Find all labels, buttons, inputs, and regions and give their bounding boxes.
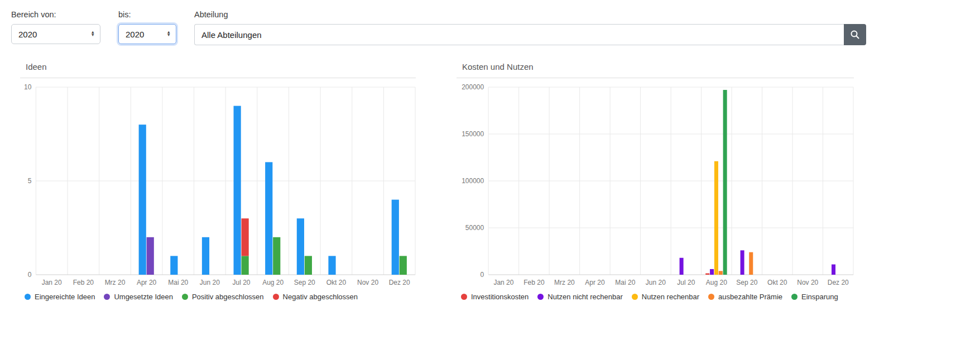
y-axis-tick-label: 150000 xyxy=(462,130,484,138)
ideen-chart-card: Ideen 0510Jan 20Feb 20Mrz 20Apr 20Mai 20… xyxy=(20,62,416,301)
bar xyxy=(723,90,727,275)
search-icon xyxy=(850,30,860,40)
legend-dot-icon xyxy=(708,294,714,300)
range-from-group: Bereich von: 2020 ▲ ▼ xyxy=(11,10,100,44)
filter-bar: Bereich von: 2020 ▲ ▼ bis: 2020 ▲ ▼ Abte… xyxy=(0,0,980,45)
charts-row: Ideen 0510Jan 20Feb 20Mrz 20Apr 20Mai 20… xyxy=(20,62,980,301)
bar xyxy=(705,273,709,275)
legend-label: Umgesetzte Ideen xyxy=(114,293,173,301)
x-axis-tick-label: Mrz 20 xyxy=(554,279,575,286)
bar xyxy=(273,237,280,275)
legend-item[interactable]: Positiv abgeschlossen xyxy=(182,293,264,301)
department-input-group xyxy=(194,24,866,45)
y-axis-tick-label: 100000 xyxy=(462,177,484,185)
range-from-select[interactable]: 2020 ▲ ▼ xyxy=(11,24,100,44)
bar xyxy=(242,256,249,275)
kosten-nutzen-chart-title: Kosten und Nutzen xyxy=(462,62,854,71)
bar xyxy=(392,200,399,275)
legend-label: Negativ abgeschlossen xyxy=(283,293,358,301)
ideen-chart-svg: 0510Jan 20Feb 20Mrz 20Apr 20Mai 20Jun 20… xyxy=(20,79,416,290)
x-axis-tick-label: Feb 20 xyxy=(73,279,94,286)
arrow-down-icon: ▼ xyxy=(167,34,171,37)
bar xyxy=(749,252,753,275)
department-input[interactable] xyxy=(194,24,844,45)
y-axis-tick-label: 0 xyxy=(28,271,32,279)
x-axis-tick-label: Mai 20 xyxy=(168,279,188,286)
bar xyxy=(832,265,835,275)
bar xyxy=(305,256,312,275)
x-axis-tick-label: Aug 20 xyxy=(262,279,284,286)
y-axis-tick-label: 0 xyxy=(481,271,484,279)
legend-label: Nutzen rechenbar xyxy=(642,293,699,301)
x-axis-tick-label: Nov 20 xyxy=(357,279,378,286)
legend-item[interactable]: ausbezahlte Prämie xyxy=(708,293,782,301)
legend-item[interactable]: Eingereichte Ideen xyxy=(25,293,95,301)
legend-label: Nutzen nicht rechenbar xyxy=(547,293,622,301)
x-axis-tick-label: Sep 20 xyxy=(294,279,315,286)
department-label: Abteilung xyxy=(194,10,866,19)
range-to-value: 2020 xyxy=(126,30,144,39)
bar xyxy=(328,256,335,275)
bar xyxy=(719,271,723,275)
range-from-value: 2020 xyxy=(18,30,37,39)
bar xyxy=(297,218,304,275)
legend-item[interactable]: Investitionskosten xyxy=(461,293,529,301)
legend-dot-icon xyxy=(791,294,798,300)
legend-item[interactable]: Umgesetzte Ideen xyxy=(104,293,173,301)
x-axis-tick-label: Mrz 20 xyxy=(105,279,126,286)
x-axis-tick-label: Jan 20 xyxy=(493,279,513,286)
department-group: Abteilung xyxy=(194,10,866,45)
x-axis-tick-label: Feb 20 xyxy=(523,279,545,286)
bar xyxy=(170,256,177,275)
divider xyxy=(20,78,416,78)
legend-item[interactable]: Nutzen rechenbar xyxy=(632,293,699,301)
y-axis-tick-label: 50000 xyxy=(465,224,484,232)
range-from-label: Bereich von: xyxy=(11,10,100,19)
x-axis-tick-label: Nov 20 xyxy=(797,279,818,286)
dashboard-page: Bereich von: 2020 ▲ ▼ bis: 2020 ▲ ▼ Abte… xyxy=(0,0,980,301)
ideen-chart-legend: Eingereichte IdeenUmgesetzte IdeenPositi… xyxy=(25,293,416,301)
search-button[interactable] xyxy=(844,24,866,45)
legend-dot-icon xyxy=(273,294,279,300)
bar xyxy=(139,125,146,275)
x-axis-tick-label: Okt 20 xyxy=(767,279,787,286)
range-to-label: bis: xyxy=(118,10,176,19)
x-axis-tick-label: Sep 20 xyxy=(736,279,757,286)
legend-item[interactable]: Negativ abgeschlossen xyxy=(273,293,358,301)
y-axis-tick-label: 200000 xyxy=(462,83,484,91)
x-axis-tick-label: Apr 20 xyxy=(585,279,605,286)
kosten-nutzen-chart-legend: InvestitionskostenNutzen nicht rechenbar… xyxy=(461,293,854,301)
bar xyxy=(714,161,718,275)
x-axis-tick-label: Mai 20 xyxy=(615,279,635,286)
legend-label: Einsparung xyxy=(801,293,838,301)
x-axis-tick-label: Jan 20 xyxy=(42,279,62,286)
legend-label: ausbezahlte Prämie xyxy=(718,293,782,301)
bar xyxy=(741,250,744,275)
legend-dot-icon xyxy=(25,294,31,300)
x-axis-tick-label: Jul 20 xyxy=(677,279,695,286)
bar xyxy=(202,237,209,275)
range-to-group: bis: 2020 ▲ ▼ xyxy=(118,10,176,44)
y-axis-tick-label: 5 xyxy=(28,177,32,185)
bar xyxy=(242,218,249,256)
legend-dot-icon xyxy=(461,294,467,300)
legend-label: Investitionskosten xyxy=(471,293,529,301)
bar xyxy=(710,269,714,275)
bar xyxy=(265,162,272,275)
x-axis-tick-label: Jun 20 xyxy=(200,279,220,286)
legend-item[interactable]: Nutzen nicht rechenbar xyxy=(537,293,622,301)
kosten-nutzen-chart-svg: 050000100000150000200000Jan 20Feb 20Mrz … xyxy=(457,79,854,290)
x-axis-tick-label: Jun 20 xyxy=(646,279,666,286)
legend-item[interactable]: Einsparung xyxy=(791,293,838,301)
bar xyxy=(400,256,407,275)
select-arrows-icon: ▲ ▼ xyxy=(91,31,95,37)
x-axis-tick-label: Okt 20 xyxy=(326,279,347,286)
x-axis-tick-label: Dez 20 xyxy=(389,279,410,286)
bar xyxy=(234,106,241,275)
legend-dot-icon xyxy=(537,294,544,300)
ideen-chart-title: Ideen xyxy=(26,62,416,71)
legend-dot-icon xyxy=(182,294,188,300)
legend-label: Eingereichte Ideen xyxy=(35,293,95,301)
divider xyxy=(457,78,854,78)
range-to-select[interactable]: 2020 ▲ ▼ xyxy=(118,24,176,44)
